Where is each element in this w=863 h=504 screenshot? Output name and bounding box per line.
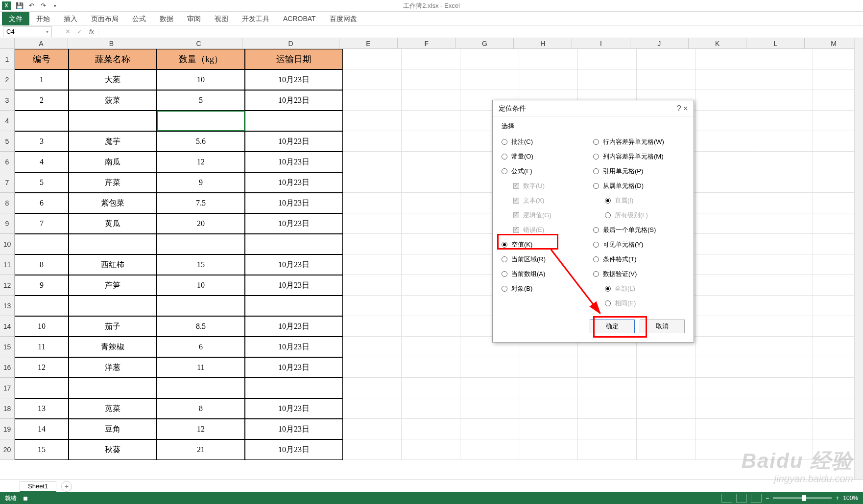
cell[interactable]	[637, 439, 695, 460]
cell[interactable]: 7	[15, 213, 69, 234]
option-常量(O)[interactable]: 常量(O)	[502, 149, 593, 164]
cancel-formula-icon[interactable]: ✕	[62, 28, 73, 35]
cell[interactable]	[343, 69, 402, 90]
row-header[interactable]: 20	[0, 439, 15, 460]
cell[interactable]	[578, 398, 637, 419]
cell[interactable]	[343, 378, 402, 398]
cell[interactable]: 10月23日	[245, 439, 343, 460]
tab-开始[interactable]: 开始	[29, 12, 57, 25]
cell[interactable]: 秋葵	[69, 439, 157, 460]
cell[interactable]	[754, 213, 813, 234]
cell[interactable]: 黄瓜	[69, 213, 157, 234]
cell[interactable]: 10月23日	[245, 275, 343, 296]
cell[interactable]	[754, 90, 813, 111]
page-break-view-icon[interactable]	[751, 494, 762, 503]
col-header[interactable]: G	[456, 38, 514, 49]
cell[interactable]	[754, 296, 813, 316]
cell[interactable]	[637, 49, 695, 69]
cell[interactable]: 8	[15, 254, 69, 275]
cell[interactable]	[343, 439, 402, 460]
cell[interactable]	[578, 357, 637, 378]
cell[interactable]: 9	[15, 275, 69, 296]
col-header[interactable]: J	[630, 38, 689, 49]
cell[interactable]	[402, 131, 460, 152]
enter-formula-icon[interactable]: ✓	[73, 28, 85, 35]
cell[interactable]: 3	[15, 131, 69, 152]
row-header[interactable]: 19	[0, 419, 15, 439]
cell[interactable]	[157, 378, 245, 398]
fx-icon[interactable]: fx	[89, 28, 94, 35]
tab-百度网盘[interactable]: 百度网盘	[323, 12, 364, 25]
cell[interactable]	[695, 213, 754, 234]
ok-button[interactable]: 确定	[590, 320, 635, 333]
cell[interactable]	[754, 316, 813, 337]
row-header[interactable]: 1	[0, 49, 15, 69]
cell[interactable]	[343, 90, 402, 111]
cell[interactable]	[695, 316, 754, 337]
cell[interactable]	[343, 152, 402, 172]
option-列内容差异单元格(M)[interactable]: 列内容差异单元格(M)	[593, 149, 685, 164]
cell[interactable]	[637, 398, 695, 419]
col-header[interactable]: L	[746, 38, 805, 49]
cell[interactable]: 紫包菜	[69, 193, 157, 213]
spreadsheet-grid[interactable]: ABCDEFGHIJKLM 12345678910111213141516171…	[0, 38, 863, 479]
cell[interactable]	[460, 69, 519, 90]
select-all-corner[interactable]	[0, 38, 15, 49]
cell[interactable]: 11	[157, 357, 245, 378]
cell[interactable]: 10月23日	[245, 131, 343, 152]
cell[interactable]: 10月23日	[245, 90, 343, 111]
cell[interactable]: 6	[157, 337, 245, 357]
row-header[interactable]: 12	[0, 275, 15, 296]
zoom-in-icon[interactable]: +	[836, 495, 839, 502]
cell[interactable]: 青辣椒	[69, 337, 157, 357]
normal-view-icon[interactable]	[721, 494, 732, 503]
cell[interactable]	[695, 172, 754, 193]
cell[interactable]: 洋葱	[69, 357, 157, 378]
cell[interactable]	[245, 296, 343, 316]
help-icon[interactable]: ?	[677, 104, 681, 113]
cell[interactable]: 10月23日	[245, 254, 343, 275]
cell[interactable]	[402, 316, 460, 337]
cell[interactable]: 魔芋	[69, 131, 157, 152]
cell[interactable]: 5	[157, 90, 245, 111]
cell[interactable]	[695, 193, 754, 213]
option-批注(C)[interactable]: 批注(C)	[502, 135, 593, 149]
cell[interactable]	[343, 316, 402, 337]
tab-公式[interactable]: 公式	[125, 12, 153, 25]
cell[interactable]	[402, 49, 460, 69]
cell[interactable]	[343, 234, 402, 254]
cell[interactable]: 苋菜	[69, 398, 157, 419]
cell[interactable]	[15, 111, 69, 131]
option-引用单元格(P)[interactable]: 引用单元格(P)	[593, 164, 685, 179]
cell[interactable]: 大葱	[69, 69, 157, 90]
qat-customize-icon[interactable]: ▾	[50, 1, 59, 10]
cell[interactable]: 南瓜	[69, 152, 157, 172]
cell[interactable]: 20	[157, 213, 245, 234]
option-公式(F)[interactable]: 公式(F)	[502, 164, 593, 179]
cell[interactable]	[343, 49, 402, 69]
zoom-slider[interactable]	[773, 497, 832, 499]
cell[interactable]	[460, 378, 519, 398]
cell[interactable]	[69, 378, 157, 398]
tab-开发工具[interactable]: 开发工具	[235, 12, 276, 25]
option-当前数组(A)[interactable]: 当前数组(A)	[502, 267, 593, 281]
cell[interactable]	[695, 254, 754, 275]
cell[interactable]	[695, 90, 754, 111]
cell[interactable]	[69, 234, 157, 254]
cell[interactable]: 10月23日	[245, 337, 343, 357]
cell[interactable]	[245, 234, 343, 254]
cell[interactable]	[402, 357, 460, 378]
cell[interactable]	[157, 296, 245, 316]
row-header[interactable]: 13	[0, 296, 15, 316]
cell[interactable]: 2	[15, 90, 69, 111]
formula-input[interactable]	[98, 27, 863, 37]
col-header[interactable]: C	[155, 38, 242, 49]
cell[interactable]	[695, 296, 754, 316]
cell[interactable]: 21	[157, 439, 245, 460]
cell[interactable]: 8	[157, 398, 245, 419]
row-header[interactable]: 17	[0, 378, 15, 398]
cell[interactable]	[754, 419, 813, 439]
row-header[interactable]: 6	[0, 152, 15, 172]
option-最后一个单元格(S)[interactable]: 最后一个单元格(S)	[593, 223, 685, 237]
row-header[interactable]: 5	[0, 131, 15, 152]
